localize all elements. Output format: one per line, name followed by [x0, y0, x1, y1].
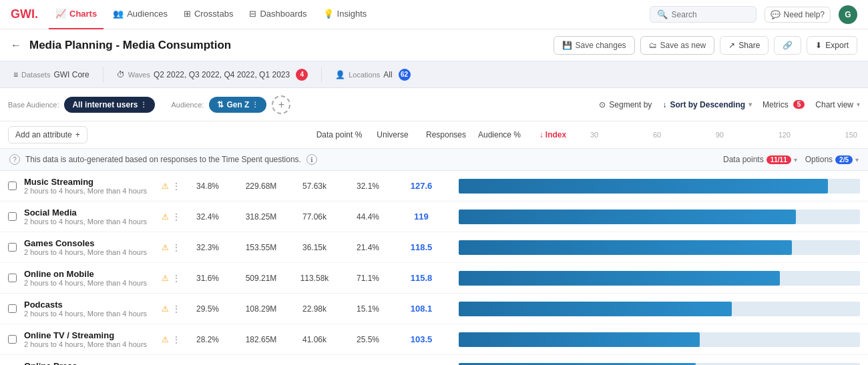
bar-track-0: [459, 179, 860, 194]
row-checkbox-0[interactable]: [8, 181, 24, 190]
warning-icon-5: ⚠: [162, 335, 169, 344]
cell-responses-5: 41.06k: [288, 335, 341, 344]
table-row: Podcasts 2 hours to 4 hours, More than 4…: [0, 294, 868, 324]
row-sub-3: 2 hours to 4 hours, More than 4 hours: [24, 279, 158, 287]
add-attribute-button[interactable]: Add an attribute +: [8, 126, 87, 143]
cell-responses-2: 36.15k: [288, 243, 341, 252]
table-row: Games Consoles 2 hours to 4 hours, More …: [0, 232, 868, 263]
waves-filter[interactable]: ⏱ Waves Q2 2022, Q3 2022, Q4 2022, Q1 20…: [112, 67, 313, 83]
help-button[interactable]: 💬 Need help?: [765, 7, 831, 23]
waves-icon: ⏱: [117, 70, 125, 79]
share-button[interactable]: ↗ Share: [720, 36, 769, 55]
cell-audience-1: 44.4%: [341, 212, 395, 222]
nav-audiences-label: Audiences: [127, 9, 168, 19]
export-button[interactable]: ⬇ Export: [807, 36, 857, 55]
bar-fill-6: [459, 363, 696, 366]
cell-audience-3: 71.1%: [341, 274, 395, 283]
col-header-data-point: Data point %: [312, 130, 366, 139]
options-label: Options: [805, 155, 833, 164]
row-checkbox-4[interactable]: [8, 304, 24, 313]
row-checkbox-5[interactable]: [8, 335, 24, 344]
add-attribute-icon: +: [75, 130, 80, 139]
row-sub-1: 2 hours to 4 hours, More than 4 hours: [24, 218, 158, 226]
search-input[interactable]: [672, 10, 749, 19]
locations-filter[interactable]: 👤 Locations All 62: [330, 67, 415, 83]
table-row: Online TV / Streaming 2 hours to 4 hours…: [0, 324, 868, 355]
row-options-icon-3[interactable]: ⋮: [172, 273, 181, 284]
cell-universe-5: 182.65M: [234, 335, 288, 344]
bar-area-3: [448, 271, 860, 286]
row-checkbox-2[interactable]: [8, 243, 24, 252]
bar-area-0: [448, 179, 860, 194]
row-options-icon-1[interactable]: ⋮: [172, 212, 181, 222]
bar-fill-4: [459, 302, 732, 316]
base-pill-options-icon: ⋮: [140, 101, 147, 108]
dashboards-icon: ⊟: [249, 9, 256, 19]
segment-by-button[interactable]: ⊙ Segment by: [599, 100, 652, 109]
bar-area-4: [448, 302, 860, 316]
nav-dashboards[interactable]: ⊟ Dashboards: [242, 0, 313, 29]
info-icon[interactable]: ?: [9, 154, 20, 165]
row-cells-3: 31.6% 509.21M 113.58k 71.1% 115.8: [181, 273, 448, 283]
nav-audiences[interactable]: 👥 Audiences: [106, 0, 174, 29]
metrics-label: Metrics: [763, 100, 789, 109]
user-initial: G: [845, 10, 851, 19]
cell-universe-0: 229.68M: [234, 181, 288, 191]
info-detail-icon[interactable]: ℹ: [306, 154, 317, 165]
search-icon: 🔍: [657, 9, 668, 19]
bar-fill-0: [459, 179, 828, 194]
row-checkbox-1[interactable]: [8, 212, 24, 221]
col-header-audience: Audience %: [473, 130, 526, 139]
metrics-badge: 5: [793, 100, 805, 109]
datasets-label: Datasets: [21, 71, 50, 79]
col-header-universe: Universe: [366, 130, 419, 139]
save-changes-button[interactable]: 💾 Save changes: [554, 36, 635, 55]
info-banner-left: ? This data is auto-generated based on r…: [9, 154, 317, 165]
row-options-icon-2[interactable]: ⋮: [172, 242, 181, 253]
datasets-filter[interactable]: ≡ Datasets GWI Core: [8, 68, 95, 81]
row-info-6: Online Press 2 hours to 4 hours, More th…: [24, 361, 158, 365]
audience-bar: Base Audience: All internet users ⋮ Audi…: [0, 88, 868, 121]
sort-by-button[interactable]: ↓ Sort by Descending ▾: [662, 100, 752, 109]
row-options-icon-4[interactable]: ⋮: [172, 304, 181, 314]
waves-badge: 4: [296, 69, 308, 81]
row-checkbox-3[interactable]: [8, 274, 24, 282]
col-header-index: ↓ Index: [526, 130, 580, 139]
logo-text: GWI.: [11, 7, 38, 21]
logo: GWI.: [11, 7, 38, 21]
row-name-4: Podcasts: [24, 300, 158, 310]
nav-charts[interactable]: 📈 Charts: [49, 0, 103, 29]
audiences-icon: 👥: [113, 9, 124, 19]
nav-crosstabs[interactable]: ⊞ Crosstabs: [177, 0, 240, 29]
nav-dashboards-label: Dashboards: [260, 9, 306, 19]
options-control[interactable]: Options 2/5 ▾: [805, 155, 859, 164]
save-as-new-button[interactable]: 🗂 Save as new: [640, 36, 715, 55]
link-button[interactable]: 🔗: [774, 36, 801, 55]
share-label: Share: [738, 41, 760, 50]
table-row: Online on Mobile 2 hours to 4 hours, Mor…: [0, 263, 868, 294]
audience-label: Audience:: [171, 101, 204, 109]
base-audience-pill[interactable]: All internet users ⋮: [64, 97, 155, 113]
add-audience-button[interactable]: +: [272, 95, 290, 114]
nav-insights[interactable]: 💡 Insights: [316, 0, 374, 29]
filter-divider-2: [321, 67, 322, 83]
back-button[interactable]: ←: [11, 39, 21, 51]
link-icon: 🔗: [783, 41, 793, 50]
row-icons-3: ⚠ ⋮: [162, 273, 181, 284]
audience-pill[interactable]: ⇅ Gen Z ⋮: [209, 97, 266, 113]
bar-area-1: [448, 210, 860, 224]
row-name-0: Music Streaming: [24, 177, 158, 187]
row-options-icon-0[interactable]: ⋮: [172, 181, 181, 192]
chart-view-button[interactable]: Chart view ▾: [815, 100, 860, 109]
data-points-control[interactable]: Data points 11/11 ▾: [723, 155, 797, 164]
ruler-120: 120: [779, 131, 791, 139]
col-index-label: Index: [546, 130, 566, 139]
row-options-icon-5[interactable]: ⋮: [172, 334, 181, 345]
insights-icon: 💡: [323, 9, 334, 19]
cell-index-4: 108.1: [395, 304, 448, 314]
metrics-button[interactable]: Metrics 5: [763, 100, 805, 109]
row-name-2: Games Consoles: [24, 238, 158, 248]
bar-fill-5: [459, 332, 700, 347]
search-box[interactable]: 🔍: [650, 6, 756, 23]
avatar[interactable]: G: [839, 5, 857, 24]
